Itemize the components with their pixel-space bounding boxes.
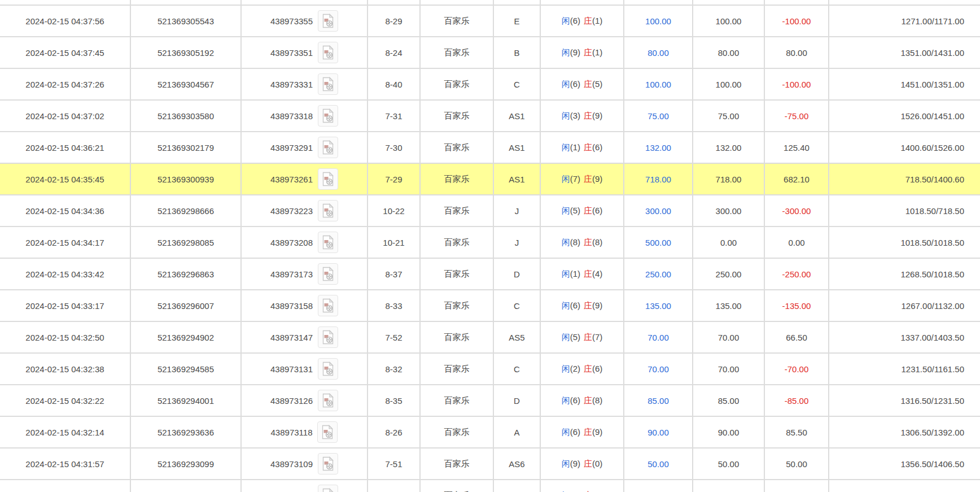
media-record-button[interactable] — [318, 232, 338, 253]
table-row[interactable]: 2024-02-15 04:34:36 521369298666 4389732… — [0, 195, 980, 227]
media-record-button[interactable] — [318, 73, 338, 95]
table-row[interactable]: 2024-02-15 04:31:38 521369292384 4389730… — [0, 480, 980, 492]
media-record-button[interactable] — [318, 42, 338, 63]
table-row[interactable]: 2024-02-15 04:33:42 521369296863 4389731… — [0, 258, 980, 290]
media-record-button[interactable] — [318, 10, 338, 32]
table-row[interactable]: 2024-02-15 04:37:26 521369304567 4389733… — [0, 68, 980, 100]
cell-valid-bet: 70.00 — [693, 353, 764, 385]
media-record-button[interactable] — [318, 200, 338, 221]
banker-result-label: 庄 — [584, 332, 592, 342]
cell-order-id: 521369296863 — [130, 258, 241, 290]
broken-media-file-icon — [322, 108, 334, 123]
banker-result-label: 庄 — [584, 142, 592, 152]
cell-bet-amount-link[interactable]: 85.00 — [624, 385, 693, 416]
cell-bet-amount-link[interactable]: 300.00 — [624, 195, 693, 227]
table-row[interactable]: 2024-02-15 04:32:50 521369294902 4389731… — [0, 321, 980, 353]
cell-desk-code: AS1 — [493, 163, 540, 195]
table-row[interactable]: 2024-02-15 04:37:45 521369305192 4389733… — [0, 37, 980, 68]
cell-bet-amount-link[interactable]: 132.00 — [624, 132, 693, 163]
cell-bet-amount-link[interactable]: 80.00 — [624, 37, 693, 68]
cell-valid-bet: 70.00 — [693, 321, 764, 353]
broken-media-file-icon — [322, 235, 334, 250]
cell-bet-amount-link[interactable]: 250.00 — [624, 258, 693, 290]
cell-result: 闲(5)庄(7) — [540, 321, 624, 353]
media-record-button[interactable] — [318, 358, 338, 380]
cell-desk-code: AS1 — [493, 100, 540, 132]
media-record-button[interactable] — [318, 137, 338, 158]
table-row[interactable]: 2024-02-15 04:35:45 521369300939 4389732… — [0, 163, 980, 195]
banker-result-label: 庄 — [584, 16, 592, 25]
cell-bet-amount-link[interactable]: 90.00 — [624, 416, 693, 448]
cell-bet-amount-link[interactable]: 80.00 — [624, 480, 693, 492]
cell-bet-amount-link[interactable]: 500.00 — [624, 227, 693, 258]
media-record-button[interactable] — [318, 326, 338, 348]
cell-bet-amount-link[interactable]: 100.00 — [624, 68, 693, 100]
cell-valid-bet: 135.00 — [693, 290, 764, 321]
table-row[interactable]: 2024-02-15 04:32:14 521369293636 4389731… — [0, 416, 980, 448]
cell-game-name: 百家乐 — [420, 37, 493, 68]
table-row[interactable]: 2024-02-15 04:32:38 521369294585 4389731… — [0, 353, 980, 385]
cell-table-round: 7-51 — [368, 448, 420, 480]
banker-result-label: 庄 — [584, 301, 592, 310]
player-result-label: 闲 — [562, 111, 570, 120]
media-record-button[interactable] — [318, 453, 338, 474]
banker-result-score: (0) — [592, 459, 602, 468]
media-record-button[interactable] — [318, 263, 338, 285]
player-result-label: 闲 — [562, 269, 570, 278]
cell-result: 闲(5)庄(6) — [540, 195, 624, 227]
player-result-label: 闲 — [562, 206, 570, 215]
cell-game-name: 百家乐 — [420, 5, 493, 37]
cell-game-id: 438973291 — [241, 132, 368, 163]
cell-bet-time: 2024-02-15 04:31:38 — [0, 480, 130, 492]
cell-bet-amount-link[interactable]: 75.00 — [624, 100, 693, 132]
cell-win-loss: 125.40 — [764, 132, 829, 163]
cell-game-id: 438973147 — [241, 321, 368, 353]
media-record-button[interactable] — [318, 168, 338, 190]
game-id-text: 438973147 — [270, 333, 313, 342]
table-row[interactable]: 2024-02-15 04:34:17 521369298085 4389732… — [0, 227, 980, 258]
cell-win-loss: 85.50 — [764, 416, 829, 448]
table-row[interactable]: 2024-02-15 04:33:17 521369296007 4389731… — [0, 290, 980, 321]
cell-bet-amount-link[interactable]: 70.00 — [624, 353, 693, 385]
media-record-button[interactable] — [318, 485, 338, 492]
table-row[interactable]: 2024-02-15 04:32:22 521369294001 4389731… — [0, 385, 980, 416]
cell-bet-amount-link[interactable]: 718.00 — [624, 163, 693, 195]
player-result-score: (1) — [570, 269, 580, 278]
cell-valid-bet: 80.00 — [693, 480, 764, 492]
cell-valid-bet: 250.00 — [693, 258, 764, 290]
cell-valid-bet: 300.00 — [693, 195, 764, 227]
banker-result-score: (8) — [592, 237, 602, 247]
media-record-button[interactable] — [318, 390, 338, 411]
banker-result-label: 庄 — [584, 47, 592, 57]
cell-table-round: 7-31 — [368, 100, 420, 132]
player-result-score: (8) — [570, 237, 580, 247]
player-result-score: (6) — [570, 16, 580, 25]
player-result-score: (6) — [570, 79, 580, 89]
cell-table-round: 8-33 — [368, 290, 420, 321]
cell-bet-amount-link[interactable]: 100.00 — [624, 5, 693, 37]
player-result-score: (6) — [570, 427, 580, 437]
cell-bet-amount-link[interactable]: 135.00 — [624, 290, 693, 321]
table-row[interactable]: 2024-02-15 04:37:02 521369303580 4389733… — [0, 100, 980, 132]
table-row[interactable]: 2024-02-15 04:31:57 521369293099 4389731… — [0, 448, 980, 480]
banker-result-score: (8) — [592, 395, 602, 405]
cell-order-id: 521369305543 — [130, 5, 241, 37]
media-record-button[interactable] — [317, 421, 338, 443]
cell-valid-bet: 50.00 — [693, 448, 764, 480]
media-record-button[interactable] — [318, 105, 338, 127]
cell-desk-code: D — [493, 258, 540, 290]
cell-valid-bet: 75.00 — [693, 100, 764, 132]
media-record-button[interactable] — [318, 295, 338, 316]
cell-table-round: 7-29 — [368, 163, 420, 195]
cell-bet-amount-link[interactable]: 70.00 — [624, 321, 693, 353]
player-result-label: 闲 — [562, 427, 570, 437]
cell-bet-time: 2024-02-15 04:35:45 — [0, 163, 130, 195]
banker-result-score: (1) — [592, 47, 602, 57]
player-result-score: (5) — [570, 206, 580, 215]
table-row[interactable]: 2024-02-15 04:37:56 521369305543 4389733… — [0, 5, 980, 37]
broken-media-file-icon — [322, 393, 334, 408]
cell-bet-amount-link[interactable]: 50.00 — [624, 448, 693, 480]
cell-desk-code: C — [493, 290, 540, 321]
table-row[interactable]: 2024-02-15 04:36:21 521369302179 4389732… — [0, 132, 980, 163]
player-result-score: (9) — [570, 459, 580, 468]
